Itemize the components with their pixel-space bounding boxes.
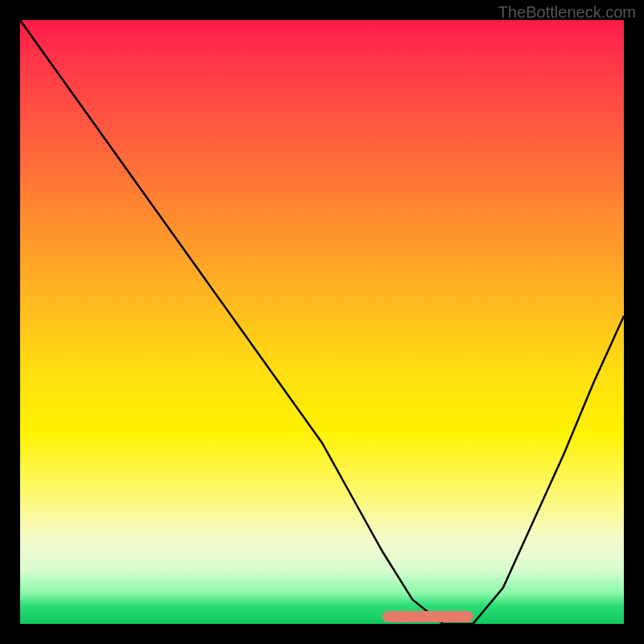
watermark-text: TheBottleneck.com bbox=[498, 3, 636, 22]
plot-area bbox=[20, 20, 624, 624]
optimal-range-marker bbox=[382, 611, 473, 622]
bottleneck-curve bbox=[20, 20, 624, 624]
